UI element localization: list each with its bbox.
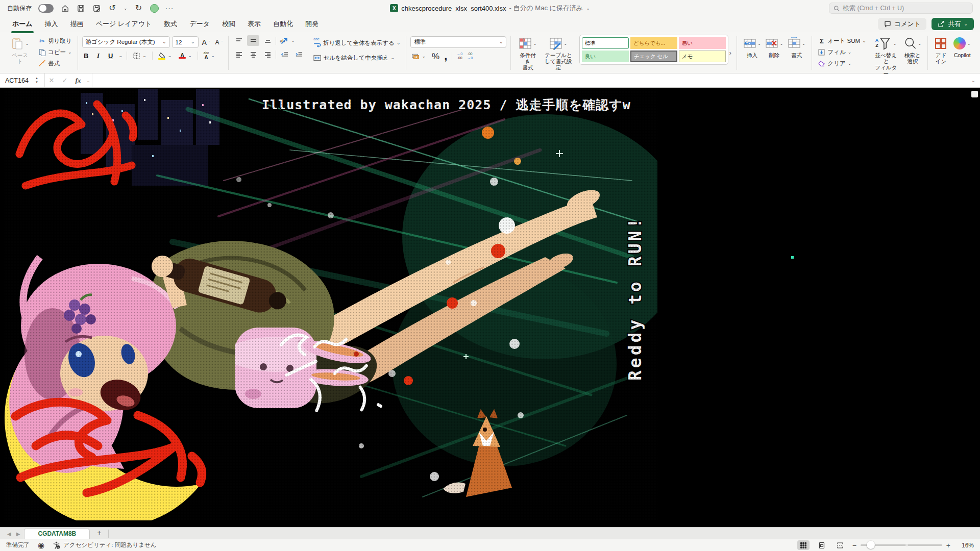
borders-button[interactable]: ⌄ <box>131 51 148 61</box>
font-name-dropdown[interactable]: 游ゴシック Regular (本文) ⌄ <box>82 36 170 48</box>
align-top-button[interactable] <box>233 35 245 46</box>
cell-style-bad[interactable]: 悪い <box>679 37 726 49</box>
page-layout-view-button[interactable] <box>816 540 828 550</box>
tab-automate[interactable]: 自動化 <box>267 17 299 31</box>
zoom-slider-thumb[interactable] <box>867 541 875 549</box>
vertical-scrollbar[interactable] <box>971 91 978 97</box>
underline-chevron-icon[interactable]: ⌄ <box>119 54 123 58</box>
page-break-view-button[interactable] <box>834 540 846 550</box>
insert-function-icon[interactable]: fx <box>71 73 85 87</box>
tab-home[interactable]: ホーム <box>6 17 39 31</box>
decrease-decimal-button[interactable]: .00→0 <box>467 52 473 60</box>
sheet-tab-active[interactable]: CGDATAM8B <box>24 528 90 539</box>
accessibility-status[interactable]: アクセシビリティ: 問題ありません <box>53 541 156 549</box>
copilot-button[interactable]: ⌄ Copilot <box>951 35 973 59</box>
conditional-formatting-button[interactable]: ⌄ 条件付き書式 <box>515 35 540 71</box>
formula-input[interactable] <box>92 77 967 84</box>
zoom-in-icon[interactable]: + <box>946 541 950 549</box>
bold-button[interactable]: B <box>82 52 90 60</box>
cell-style-memo[interactable]: メモ <box>679 51 726 62</box>
sheet-next-icon[interactable]: ▶ <box>16 531 20 537</box>
home-icon[interactable] <box>60 4 69 13</box>
cell-style-good[interactable]: 良い <box>582 51 629 62</box>
undo-icon[interactable]: ↺ <box>108 4 117 13</box>
cell-style-neutral[interactable]: どちらでも... <box>630 37 677 49</box>
zoom-level[interactable]: 16% <box>957 542 974 549</box>
sheet-grid[interactable]: Illustrated by wakachan 2025 / 逃走手順を確認すw… <box>0 88 980 527</box>
autosave-toggle[interactable] <box>38 4 54 13</box>
font-size-dropdown[interactable]: 12 ⌄ <box>172 36 199 48</box>
sheet-prev-icon[interactable]: ◀ <box>7 531 11 537</box>
fill-button[interactable]: フィル ⌄ <box>816 47 867 57</box>
cell-style-normal[interactable]: 標準 <box>582 37 629 49</box>
align-left-button[interactable] <box>233 49 245 60</box>
wrap-text-button[interactable]: abc 折り返して全体を表示する ⌄ <box>312 36 402 49</box>
save-as-icon[interactable] <box>92 4 101 13</box>
save-icon[interactable] <box>76 4 85 13</box>
addins-button[interactable]: アドイン <box>932 35 949 65</box>
zoom-slider-track[interactable] <box>861 544 942 546</box>
sort-filter-button[interactable]: AZ ⌄ 並べ替えとフィルター <box>871 35 901 78</box>
tab-page-layout[interactable]: ページ レイアウト <box>90 17 158 31</box>
tab-draw[interactable]: 描画 <box>64 17 90 31</box>
underline-button[interactable]: U <box>107 52 115 60</box>
redo-icon[interactable]: ↻ <box>134 4 143 13</box>
cancel-entry-icon[interactable]: ✕ <box>45 73 58 87</box>
align-middle-button[interactable] <box>247 35 259 46</box>
macro-record-icon[interactable]: ◉ <box>38 541 44 549</box>
name-box[interactable]: ▲ ▼ <box>0 73 45 87</box>
search-box[interactable] <box>829 3 973 14</box>
format-as-table-button[interactable]: ⌄ テーブルとして書式設定 <box>541 35 576 71</box>
undo-chevron-icon[interactable]: ⌄ <box>124 6 128 11</box>
shrink-font-button[interactable]: Aˇ <box>214 38 225 47</box>
tab-view[interactable]: 表示 <box>241 17 267 31</box>
italic-button[interactable]: I <box>94 52 103 60</box>
fill-color-button[interactable]: ⌄ <box>157 51 174 61</box>
tab-insert[interactable]: 挿入 <box>39 17 64 31</box>
zoom-out-icon[interactable]: − <box>852 541 856 549</box>
align-center-button[interactable] <box>247 49 259 60</box>
presence-icon[interactable] <box>150 4 159 13</box>
formula-bar-collapse-icon[interactable]: ⌄ <box>967 73 980 87</box>
merge-center-button[interactable]: セルを結合して中央揃え ⌄ <box>312 53 402 63</box>
normal-view-button[interactable] <box>797 540 810 550</box>
tab-formulas[interactable]: 数式 <box>158 17 183 31</box>
styles-more-icon[interactable]: › <box>728 49 732 57</box>
font-color-button[interactable]: A ⌄ <box>177 52 193 60</box>
tab-developer[interactable]: 開発 <box>299 17 325 31</box>
more-toolbar-icon[interactable]: ··· <box>165 4 174 12</box>
add-sheet-icon[interactable]: + <box>90 529 108 539</box>
align-bottom-button[interactable] <box>261 35 274 46</box>
search-input[interactable] <box>843 5 968 12</box>
decrease-indent-button[interactable] <box>278 49 290 60</box>
delete-cells-button[interactable]: ⌄ 削除 <box>763 35 786 59</box>
name-box-spinner[interactable]: ▲ ▼ <box>34 77 40 84</box>
orientation-button[interactable]: ab ⌄ <box>278 37 297 44</box>
phonetic-button[interactable]: abc A ⌄ <box>202 51 216 61</box>
fx-chevron-icon[interactable]: ⌄ <box>85 73 92 87</box>
percent-style-button[interactable]: % <box>432 52 439 61</box>
number-format-dropdown[interactable]: 標準 ⌄ <box>410 36 506 48</box>
format-painter-button[interactable]: 書式 <box>37 59 74 68</box>
format-cells-button[interactable]: ⌄ 書式 <box>786 35 808 59</box>
comments-button[interactable]: コメント <box>878 18 926 30</box>
tab-data[interactable]: データ <box>183 17 216 31</box>
clear-button[interactable]: クリア ⌄ <box>816 59 867 68</box>
active-cell-cursor[interactable] <box>791 256 794 259</box>
name-box-input[interactable] <box>5 77 34 84</box>
find-select-button[interactable]: ⌄ 検索と選択 <box>901 35 924 65</box>
autosum-button[interactable]: Σ オート SUM ⌄ <box>816 36 867 46</box>
comma-style-button[interactable]: , <box>444 51 447 62</box>
cut-button[interactable]: ✂ 切り取り <box>37 36 74 46</box>
insert-cells-button[interactable]: ⌄ 挿入 <box>741 35 764 59</box>
grow-font-button[interactable]: Aˆ <box>201 37 212 47</box>
copy-button[interactable]: コピー ⌄ <box>37 47 74 57</box>
paste-button[interactable]: ⌄ ペースト <box>7 35 33 65</box>
confirm-entry-icon[interactable]: ✓ <box>58 73 71 87</box>
align-right-button[interactable] <box>261 49 274 60</box>
cell-style-check[interactable]: チェック セル <box>630 51 677 62</box>
tab-review[interactable]: 校閲 <box>216 17 241 31</box>
accounting-format-button[interactable]: ⌄ <box>410 52 427 61</box>
increase-indent-button[interactable] <box>292 49 305 60</box>
share-button[interactable]: 共有 ⌄ <box>932 18 974 30</box>
